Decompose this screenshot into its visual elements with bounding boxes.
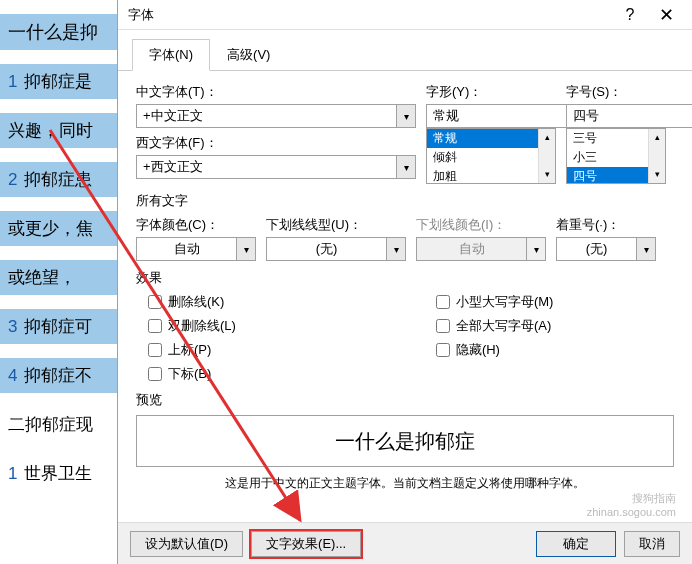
underline-value: (无) bbox=[266, 237, 386, 261]
all-text-label: 所有文字 bbox=[136, 192, 674, 210]
scroll-up-icon[interactable]: ▴ bbox=[649, 129, 665, 146]
superscript-checkbox[interactable]: 上标(P) bbox=[148, 341, 236, 359]
chevron-down-icon[interactable]: ▾ bbox=[396, 155, 416, 179]
doc-line: 4 抑郁症不 bbox=[0, 358, 130, 393]
size-label: 字号(S)： bbox=[566, 83, 666, 101]
dialog-body: 中文字体(T)： ▾ 西文字体(F)： ▾ 字形(Y)： 常规 bbox=[118, 71, 692, 555]
underline-dropdown[interactable]: (无) ▾ bbox=[266, 237, 406, 261]
doc-heading: 一什么是抑 bbox=[0, 14, 130, 50]
western-font-input[interactable] bbox=[136, 155, 396, 179]
list-item[interactable]: 倾斜 bbox=[427, 148, 555, 167]
preview-text: 一什么是抑郁症 bbox=[335, 428, 475, 455]
effects-label: 效果 bbox=[136, 269, 674, 287]
subscript-checkbox[interactable]: 下标(B) bbox=[148, 365, 236, 383]
chevron-down-icon[interactable]: ▾ bbox=[386, 237, 406, 261]
chevron-down-icon[interactable]: ▾ bbox=[396, 104, 416, 128]
style-input-combo[interactable] bbox=[426, 104, 556, 128]
dialog-footer: 设为默认值(D) 文字效果(E)... 确定 取消 bbox=[118, 522, 692, 564]
chevron-down-icon: ▾ bbox=[526, 237, 546, 261]
hidden-checkbox[interactable]: 隐藏(H) bbox=[436, 341, 554, 359]
font-dialog: 字体 ? ✕ 字体(N) 高级(V) 中文字体(T)： ▾ 西文字体(F)： ▾ bbox=[117, 0, 692, 564]
emphasis-dropdown[interactable]: (无) ▾ bbox=[556, 237, 656, 261]
scroll-down-icon[interactable]: ▾ bbox=[649, 166, 665, 183]
size-input[interactable] bbox=[566, 104, 692, 128]
dialog-title: 字体 bbox=[126, 6, 612, 24]
western-font-combo[interactable]: ▾ bbox=[136, 155, 416, 179]
doc-line: 二抑郁症现 bbox=[0, 407, 130, 442]
preview-note: 这是用于中文的正文主题字体。当前文档主题定义将使用哪种字体。 bbox=[136, 475, 674, 492]
tab-advanced[interactable]: 高级(V) bbox=[210, 39, 287, 71]
font-color-dropdown[interactable]: 自动 ▾ bbox=[136, 237, 256, 261]
size-listbox[interactable]: 三号 小三 四号 ▴ ▾ bbox=[566, 128, 666, 184]
doc-line: 3 抑郁症可 bbox=[0, 309, 130, 344]
doc-line: 1 抑郁症是 bbox=[0, 64, 130, 99]
style-listbox[interactable]: 常规 倾斜 加粗 ▴ ▾ bbox=[426, 128, 556, 184]
cancel-button[interactable]: 取消 bbox=[624, 531, 680, 557]
doc-line: 2 抑郁症患 bbox=[0, 162, 130, 197]
chevron-down-icon[interactable]: ▾ bbox=[236, 237, 256, 261]
list-item[interactable]: 加粗 bbox=[427, 167, 555, 184]
underline-color-dropdown: 自动 ▾ bbox=[416, 237, 546, 261]
emphasis-label: 着重号(·)： bbox=[556, 216, 656, 234]
smallcaps-checkbox[interactable]: 小型大写字母(M) bbox=[436, 293, 554, 311]
scroll-down-icon[interactable]: ▾ bbox=[539, 166, 555, 183]
scrollbar[interactable]: ▴ ▾ bbox=[538, 129, 555, 183]
scrollbar[interactable]: ▴ ▾ bbox=[648, 129, 665, 183]
ok-button[interactable]: 确定 bbox=[536, 531, 616, 557]
tab-strip: 字体(N) 高级(V) bbox=[118, 30, 692, 71]
chinese-font-label: 中文字体(T)： bbox=[136, 83, 416, 101]
chevron-down-icon[interactable]: ▾ bbox=[636, 237, 656, 261]
size-input-combo[interactable] bbox=[566, 104, 666, 128]
western-font-label: 西文字体(F)： bbox=[136, 134, 416, 152]
font-color-label: 字体颜色(C)： bbox=[136, 216, 256, 234]
chinese-font-input[interactable] bbox=[136, 104, 396, 128]
strike-checkbox[interactable]: 删除线(K) bbox=[148, 293, 236, 311]
help-button[interactable]: ? bbox=[612, 6, 648, 24]
emphasis-value: (无) bbox=[556, 237, 636, 261]
allcaps-checkbox[interactable]: 全部大写字母(A) bbox=[436, 317, 554, 335]
text-effects-button[interactable]: 文字效果(E)... bbox=[251, 531, 361, 557]
underline-color-value: 自动 bbox=[416, 237, 526, 261]
font-color-value: 自动 bbox=[136, 237, 236, 261]
tab-font[interactable]: 字体(N) bbox=[132, 39, 210, 71]
doc-line: 兴趣，同时 bbox=[0, 113, 130, 148]
chinese-font-combo[interactable]: ▾ bbox=[136, 104, 416, 128]
list-item[interactable]: 常规 bbox=[427, 129, 555, 148]
style-label: 字形(Y)： bbox=[426, 83, 556, 101]
underline-label: 下划线线型(U)： bbox=[266, 216, 406, 234]
underline-color-label: 下划线颜色(I)： bbox=[416, 216, 546, 234]
scroll-up-icon[interactable]: ▴ bbox=[539, 129, 555, 146]
preview-label: 预览 bbox=[136, 391, 674, 409]
titlebar: 字体 ? ✕ bbox=[118, 0, 692, 30]
double-strike-checkbox[interactable]: 双删除线(L) bbox=[148, 317, 236, 335]
document-background: 一什么是抑 1 抑郁症是 兴趣，同时 2 抑郁症患 或更少，焦 或绝望， 3 抑… bbox=[0, 0, 130, 564]
doc-line: 或更少，焦 bbox=[0, 211, 130, 246]
doc-line: 1 世界卫生 bbox=[0, 456, 130, 491]
set-default-button[interactable]: 设为默认值(D) bbox=[130, 531, 243, 557]
doc-line: 或绝望， bbox=[0, 260, 130, 295]
close-button[interactable]: ✕ bbox=[648, 4, 684, 26]
preview-box: 一什么是抑郁症 bbox=[136, 415, 674, 467]
